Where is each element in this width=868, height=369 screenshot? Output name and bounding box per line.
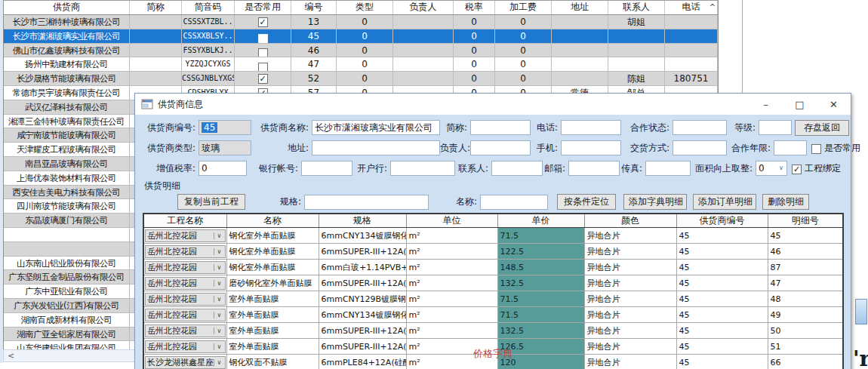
address-label: 地址: [251, 142, 312, 155]
bank-account-input[interactable] [301, 161, 352, 176]
col-fee[interactable]: 加工费 [495, 1, 552, 14]
supplier-name-input[interactable]: 长沙市潇湘玻璃实业有限公司 [312, 120, 440, 135]
screen: 供货商 简称 简音码 是否常用 编号 类型 负责人 税率 加工费 地址 联系人 … [0, 0, 868, 369]
col-no[interactable]: 编号 [291, 1, 337, 14]
dcol-detail-no[interactable]: 明细号 [768, 214, 843, 228]
coop-state-label: 合作状态: [621, 121, 673, 134]
locate-button[interactable]: 按条件定位 [557, 194, 616, 210]
col-common[interactable]: 是否常用 [235, 1, 291, 14]
project-combo[interactable]: 岳州北控花园∨ [145, 324, 226, 337]
add-dict-detail-button[interactable]: 添加字典明细 [623, 194, 687, 210]
form-icon [141, 98, 153, 110]
common-checkbox[interactable] [258, 34, 268, 42]
price-cell[interactable]: 122.5 [497, 244, 584, 260]
chevron-down-icon: ∨ [776, 161, 786, 175]
detail-row[interactable]: 岳州北控花园∨ 室外单面贴膜 6mmSUPER-III+12A(硅... m² … [143, 323, 843, 339]
detail-toolbar: 复制当前工程 规格: 名称: 按条件定位 添加字典明细 添加订单明细 删除明细 [141, 194, 845, 210]
add-order-detail-button[interactable]: 添加订单明细 [693, 194, 756, 210]
form-row-1: 供货商编号: 45 供货商名称: 长沙市潇湘玻璃实业有限公司 简称: 电话: 合… [141, 120, 845, 135]
project-combo[interactable]: 岳州北控花园∨ [145, 309, 226, 321]
chevron-down-icon: ∨ [214, 312, 225, 318]
delivery-input[interactable] [673, 140, 727, 155]
detail-row[interactable]: 岳州北控花园∨ 室外单面贴膜 6mmCNY134镀膜钢化 m² 71.5 异地合… [143, 307, 843, 323]
scroll-up-icon[interactable]: ^ [708, 2, 717, 13]
project-combo[interactable]: 岳州北控花园∨ [145, 261, 226, 274]
dialog-titlebar[interactable]: 供货商信息 – □ ✕ [135, 94, 851, 115]
price-cell[interactable]: 71.5 [497, 291, 584, 307]
dcol-spec[interactable]: 规格 [319, 214, 406, 228]
scroll-left-icon[interactable]: < [8, 351, 14, 361]
spec-filter-input[interactable] [304, 195, 429, 210]
vat-label: 增值税率: [141, 162, 199, 175]
abbr-input[interactable] [470, 120, 531, 135]
supplier-no-input[interactable]: 45 [199, 120, 251, 135]
common-use-checkbox[interactable]: 是否常用 [811, 142, 860, 155]
grade-input[interactable] [759, 120, 792, 135]
copy-project-button[interactable]: 复制当前工程 [177, 194, 245, 210]
chevron-down-icon: ∨ [214, 296, 225, 303]
dcol-name[interactable]: 名称 [226, 214, 319, 228]
price-cell[interactable]: 71.5 [497, 228, 584, 244]
mobile-input[interactable] [561, 140, 621, 155]
supplier-row[interactable]: 佛山市亿鑫玻璃科技有限公司 FSSYXBLKJ.. 46 0 0 0 [4, 44, 718, 58]
phone-input[interactable] [561, 120, 621, 135]
coop-state-input[interactable] [673, 120, 727, 135]
supplier-row[interactable]: 长沙晟格节能玻璃有限公司 CSSGJNBLYXGS ✓ 52 0 0 0 陈姐 … [4, 72, 718, 86]
manager-input[interactable] [470, 140, 531, 155]
common-checkbox[interactable]: ✓ [258, 17, 268, 27]
minimize-button[interactable]: – [749, 94, 783, 115]
background-text-fragment: 'r [853, 349, 868, 369]
dcol-color[interactable]: 颜色 [584, 214, 676, 228]
col-manager[interactable]: 负责人 [393, 1, 454, 14]
detail-row[interactable]: 岳州北控花园∨ 室外单面贴膜 6mmCNY129B镀膜钢化 m² 71.5 异地… [143, 291, 843, 307]
project-combo[interactable]: 岳州北控花园∨ [145, 245, 226, 258]
project-combo[interactable]: 岳州北控花园∨ [145, 293, 226, 306]
close-button[interactable]: ✕ [817, 94, 851, 115]
detail-row[interactable]: 岳州北控花园∨ 钢化室外单面贴膜 6mmSUPER-III+12A(硅... m… [143, 244, 843, 260]
address-input[interactable] [312, 140, 440, 155]
price-cell[interactable]: 148.5 [497, 260, 584, 275]
email-input[interactable] [568, 161, 620, 176]
common-checkbox[interactable] [258, 48, 268, 57]
price-cell[interactable]: 132.5 [497, 323, 584, 339]
common-checkbox[interactable] [258, 63, 268, 71]
col-abbr[interactable]: 简称 [130, 1, 182, 14]
col-supplier[interactable]: 供货商 [4, 1, 130, 14]
coop-years-input[interactable] [774, 140, 807, 155]
form-row-2: 供货商类型: 玻璃 地址: 负责人: 手机: 交货方式: 合作年限: 是否常用 [141, 140, 845, 155]
common-checkbox[interactable]: ✓ [258, 74, 268, 84]
bank-input[interactable] [390, 161, 455, 176]
round-up-select[interactable]: 0 ∨ [756, 161, 787, 176]
dcol-price[interactable]: 单价 [497, 214, 584, 228]
project-combo[interactable]: 岳州北控花园∨ [145, 229, 226, 242]
maximize-button[interactable]: □ [783, 94, 817, 115]
contact-input[interactable] [491, 161, 543, 176]
detail-row[interactable]: 岳州北控花园∨ 钢化室外单面贴膜 6mm白玻+1.14PVB+6mm... m²… [143, 260, 843, 275]
fax-input[interactable] [645, 161, 691, 176]
dcol-project[interactable]: 工程名称 [143, 214, 226, 228]
price-cell[interactable]: 71.5 [497, 307, 584, 323]
col-tax[interactable]: 税率 [454, 1, 495, 14]
project-bind-checkbox[interactable]: ✓ 工程绑定 [792, 162, 841, 175]
window-buttons: – □ ✕ [749, 94, 851, 115]
supplier-row[interactable]: 扬州中勤建材有限公司 YZZQJCYXGS 47 0 0 0 [4, 57, 718, 72]
background-window-button-fragment [855, 299, 867, 324]
detail-row[interactable]: 岳州北控花园∨ 钢化室外单面贴膜 6mmCNY134镀膜钢化 m² 71.5 异… [143, 228, 843, 244]
supply-detail-label: 供货明细 [144, 180, 851, 192]
col-type[interactable]: 类型 [337, 1, 393, 14]
col-contact[interactable]: 联系人 [608, 1, 665, 14]
price-cell[interactable]: 132.5 [497, 275, 584, 291]
supplier-type-input[interactable]: 玻璃 [199, 140, 251, 155]
supplier-row[interactable]: 长沙市三湘特种玻璃有限公司 CSSSXTZBL.. ✓ 13 0 0 0 胡姐 [4, 15, 718, 29]
supplier-row-selected[interactable]: 长沙市潇湘玻璃实业有限公司 CSSXXBLSY.. 45 0 0 0 [4, 29, 718, 44]
col-code[interactable]: 简音码 [182, 1, 235, 14]
detail-row[interactable]: 岳州北控花园∨ 磨砂钢化室外单面贴膜 6mmSUPER-III+12A(硅...… [143, 275, 843, 291]
dcol-unit[interactable]: 单位 [406, 214, 497, 228]
vat-input[interactable]: 0 [199, 161, 247, 176]
col-address[interactable]: 地址 [552, 1, 608, 14]
project-combo[interactable]: 岳州北控花园∨ [145, 277, 226, 290]
delete-detail-button[interactable]: 删除明细 [762, 194, 809, 210]
name-filter-input[interactable] [480, 195, 548, 210]
dcol-supplier-no[interactable]: 供货商编号 [676, 214, 768, 228]
save-return-button[interactable]: 存盘返回 [795, 120, 849, 136]
